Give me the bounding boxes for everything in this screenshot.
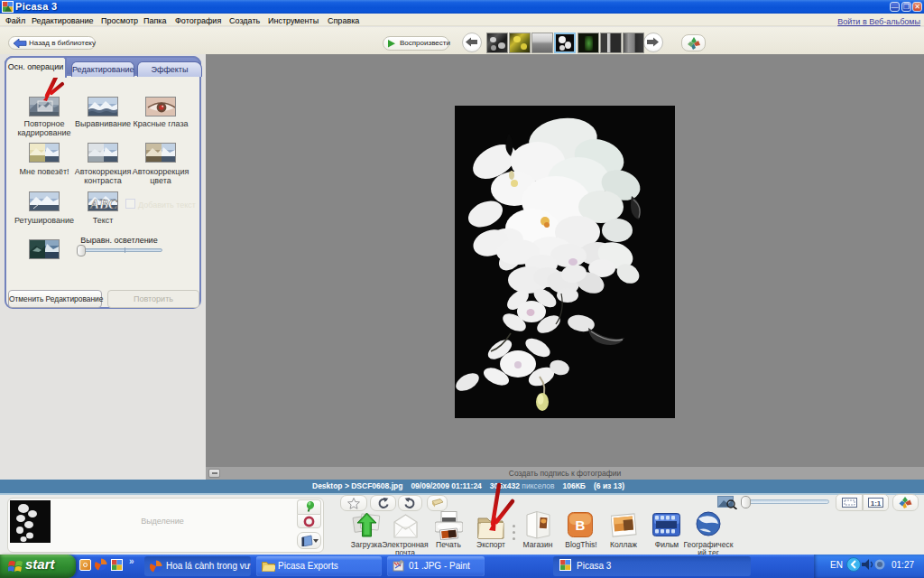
- svg-text:B: B: [576, 517, 586, 533]
- svg-text:1:1: 1:1: [871, 499, 882, 508]
- svg-text:ABC: ABC: [89, 197, 118, 211]
